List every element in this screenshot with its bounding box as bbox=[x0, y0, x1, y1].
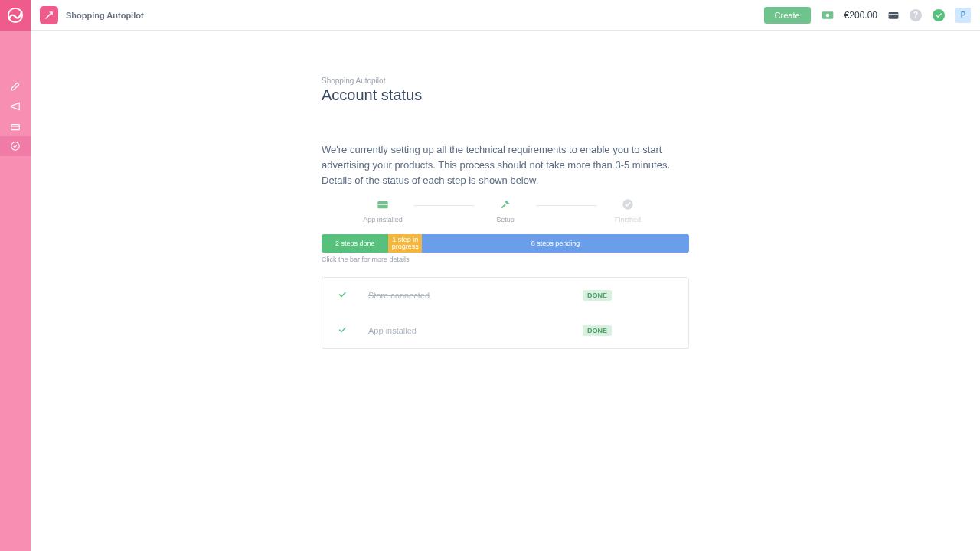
phase-finished: Finished bbox=[597, 197, 658, 223]
top-header: Shopping Autopilot Create €200.00 ? P bbox=[31, 0, 980, 31]
progress-prog-label: step in progress bbox=[392, 236, 419, 251]
phase-app-installed: App installed bbox=[352, 197, 413, 223]
phase-row: App installed Setup Finished bbox=[322, 197, 689, 223]
progress-bar[interactable]: 2 steps done 1 step in progress 8 steps … bbox=[322, 234, 689, 253]
progress-prog-count: 1 bbox=[392, 236, 396, 243]
sidebar-item-campaigns[interactable] bbox=[0, 96, 31, 116]
step-row: Store connected DONE bbox=[322, 278, 688, 313]
page-title: Account status bbox=[322, 86, 689, 104]
step-name: App installed bbox=[368, 326, 583, 335]
intro-text: We're currently setting up all the techn… bbox=[322, 142, 689, 188]
phase-setup: Setup bbox=[475, 197, 536, 223]
app-name: Shopping Autopilot bbox=[66, 11, 144, 20]
hammer-icon bbox=[499, 197, 511, 211]
status-ok-icon[interactable] bbox=[933, 9, 945, 21]
progress-hint: Click the bar for more details bbox=[322, 256, 689, 263]
step-status-badge: DONE bbox=[583, 325, 612, 336]
progress-segment-in-progress[interactable]: 1 step in progress bbox=[388, 234, 422, 253]
step-row: App installed DONE bbox=[322, 313, 688, 348]
step-status-badge: DONE bbox=[583, 290, 612, 301]
phase-label: App installed bbox=[363, 216, 403, 223]
progress-done-count: 2 bbox=[335, 240, 339, 247]
phase-connector bbox=[413, 205, 475, 206]
sidebar-item-status[interactable] bbox=[0, 136, 31, 156]
phase-connector bbox=[536, 205, 597, 206]
svg-rect-6 bbox=[889, 14, 899, 15]
svg-point-4 bbox=[825, 13, 829, 17]
create-button[interactable]: Create bbox=[764, 7, 811, 24]
svg-rect-5 bbox=[889, 11, 899, 18]
balance-amount: €200.00 bbox=[844, 10, 877, 21]
brand-logo[interactable] bbox=[0, 0, 31, 31]
user-avatar[interactable]: P bbox=[956, 8, 971, 23]
progress-pend-count: 8 bbox=[531, 240, 535, 247]
main-content: Shopping Autopilot Account status We're … bbox=[31, 31, 980, 349]
progress-segment-pending[interactable]: 8 steps pending bbox=[422, 234, 689, 253]
help-icon[interactable]: ? bbox=[910, 9, 922, 21]
check-circle-icon bbox=[622, 197, 634, 211]
progress-pend-label: steps pending bbox=[537, 240, 580, 247]
steps-panel: Store connected DONE App installed DONE bbox=[322, 277, 689, 349]
breadcrumb: Shopping Autopilot bbox=[322, 77, 689, 85]
svg-rect-7 bbox=[377, 201, 387, 208]
svg-rect-1 bbox=[11, 125, 20, 130]
sidebar-item-edit[interactable] bbox=[0, 77, 31, 96]
step-name: Store connected bbox=[368, 291, 583, 300]
phase-label: Setup bbox=[496, 216, 514, 223]
app-icon bbox=[40, 6, 58, 24]
sidebar bbox=[0, 0, 31, 551]
money-icon[interactable] bbox=[822, 11, 834, 20]
svg-rect-8 bbox=[377, 204, 387, 205]
svg-point-2 bbox=[11, 142, 20, 151]
check-icon bbox=[338, 289, 368, 302]
progress-segment-done[interactable]: 2 steps done bbox=[322, 234, 388, 253]
wallet-icon[interactable] bbox=[888, 11, 899, 20]
progress-done-label: steps done bbox=[341, 240, 374, 247]
check-icon bbox=[338, 324, 368, 337]
store-icon bbox=[377, 197, 389, 211]
phase-label: Finished bbox=[615, 216, 641, 223]
sidebar-item-store[interactable] bbox=[0, 116, 31, 136]
